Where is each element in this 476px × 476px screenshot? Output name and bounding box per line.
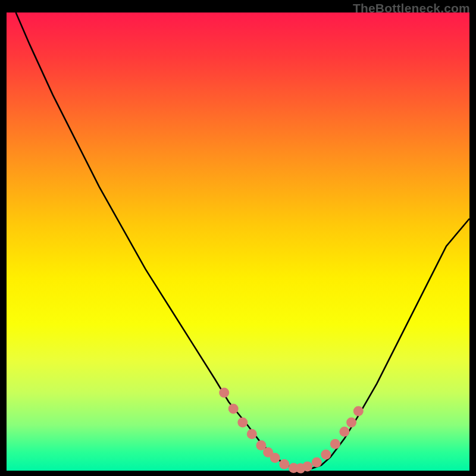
curve-marker (346, 418, 356, 428)
curve-marker (339, 427, 349, 437)
curve-marker (279, 459, 289, 469)
curve-marker (237, 418, 248, 428)
bottleneck-curve (7, 12, 469, 471)
curve-marker (321, 450, 331, 460)
curve-marker (353, 406, 364, 416)
curve-marker (247, 429, 257, 439)
curve-marker (312, 458, 322, 468)
curve-marker (330, 439, 340, 449)
curve-marker (219, 388, 229, 398)
chart-plot-area (7, 12, 469, 471)
curve-marker (302, 462, 312, 472)
curve-marker (270, 453, 280, 463)
curve-marker (228, 404, 239, 414)
